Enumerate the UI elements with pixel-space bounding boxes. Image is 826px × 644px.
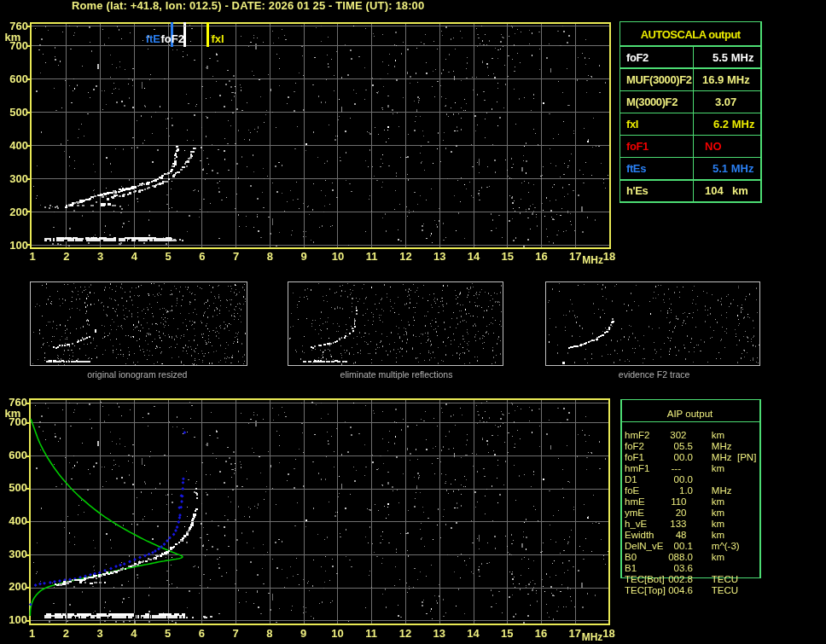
svg-text:600: 600 [9, 73, 28, 85]
svg-text:TEC[Top]: TEC[Top] [625, 585, 666, 595]
svg-text:DelN_vE: DelN_vE [625, 541, 664, 551]
svg-text:8: 8 [267, 250, 273, 263]
svg-text:km: km [712, 463, 724, 473]
svg-text:hmF2: hmF2 [625, 430, 649, 440]
svg-text:002.8: 002.8 [668, 574, 693, 584]
svg-text:h_vE: h_vE [625, 519, 648, 529]
svg-text:foF2: foF2 [625, 441, 644, 451]
svg-text:AUTOSCALA output: AUTOSCALA output [641, 28, 742, 41]
svg-text:16.9 MHz: 16.9 MHz [702, 73, 750, 86]
svg-text:foF2: foF2 [626, 51, 649, 64]
svg-text:110: 110 [671, 496, 686, 507]
svg-text:evidence F2 trace: evidence F2 trace [619, 369, 690, 380]
svg-text:9: 9 [301, 250, 307, 263]
svg-text:MHz: MHz [582, 631, 603, 643]
svg-text:14: 14 [467, 627, 480, 640]
svg-text:600: 600 [9, 449, 27, 461]
svg-text:5: 5 [165, 250, 171, 263]
svg-text:km: km [712, 552, 724, 562]
svg-text:foF2: foF2 [161, 32, 184, 45]
svg-text:7: 7 [233, 250, 239, 263]
svg-text:14: 14 [468, 250, 480, 263]
svg-text:hmE: hmE [625, 496, 645, 507]
svg-text:12: 12 [399, 250, 411, 263]
svg-text:05.5: 05.5 [674, 441, 693, 451]
svg-text:5: 5 [165, 627, 171, 640]
svg-text:7: 7 [232, 627, 238, 640]
svg-text:20: 20 [676, 508, 687, 518]
svg-text:6: 6 [199, 250, 205, 263]
svg-text:MHz: MHz [582, 254, 603, 266]
svg-text:AIP output: AIP output [667, 409, 713, 419]
svg-text:km: km [712, 508, 724, 518]
svg-text:hmF1: hmF1 [625, 463, 649, 473]
svg-text:km: km [712, 519, 724, 529]
svg-text:2: 2 [63, 627, 69, 640]
svg-text:fxI: fxI [212, 32, 224, 45]
svg-text:NO: NO [705, 140, 722, 153]
svg-text:MHz: MHz [712, 441, 732, 451]
svg-text:400: 400 [9, 514, 27, 527]
svg-text:700: 700 [9, 415, 27, 428]
svg-text:10: 10 [332, 250, 344, 263]
svg-text:15: 15 [501, 627, 513, 640]
svg-text:MHz: MHz [712, 452, 732, 462]
svg-text:15: 15 [502, 250, 514, 263]
svg-text:1.0: 1.0 [679, 485, 693, 496]
svg-text:B0: B0 [625, 552, 637, 562]
svg-text:48: 48 [676, 530, 687, 540]
svg-text:5.1 MHz: 5.1 MHz [713, 162, 754, 175]
svg-text:13: 13 [433, 627, 445, 640]
svg-text:foF1: foF1 [626, 140, 649, 153]
svg-text:6.2 MHz: 6.2 MHz [713, 118, 755, 131]
svg-text:km: km [712, 530, 724, 540]
svg-text:18: 18 [602, 627, 614, 640]
svg-text:1: 1 [29, 250, 35, 263]
svg-text:Ewidth: Ewidth [625, 530, 654, 540]
svg-text:3.07: 3.07 [715, 96, 736, 108]
svg-text:100: 100 [9, 613, 27, 626]
svg-text:200: 200 [9, 206, 28, 218]
svg-text:9: 9 [300, 627, 306, 640]
svg-text:00.0: 00.0 [674, 452, 693, 462]
svg-text:300: 300 [9, 172, 28, 185]
svg-text:---: --- [672, 463, 682, 473]
svg-text:foF1: foF1 [625, 452, 644, 462]
svg-text:8: 8 [266, 627, 272, 640]
svg-text:5.5 MHz: 5.5 MHz [713, 51, 754, 64]
svg-text:500: 500 [9, 106, 28, 119]
svg-text:400: 400 [9, 139, 28, 152]
svg-text:1: 1 [29, 627, 35, 640]
svg-text:eliminate multiple reflections: eliminate multiple reflections [340, 369, 453, 380]
svg-text:MUF(3000)F2: MUF(3000)F2 [626, 73, 692, 86]
svg-text:4: 4 [131, 250, 138, 263]
svg-text:00.0: 00.0 [674, 474, 693, 484]
svg-text:16: 16 [535, 627, 547, 640]
svg-text:B1: B1 [625, 563, 637, 573]
svg-text:17: 17 [569, 627, 581, 640]
svg-text:m^(-3): m^(-3) [712, 541, 740, 551]
svg-text:TECU: TECU [712, 585, 738, 595]
svg-text:004.6: 004.6 [668, 585, 693, 595]
svg-text:03.6: 03.6 [674, 563, 693, 573]
svg-text:TECU: TECU [712, 574, 738, 584]
svg-text:original ionogram resized: original ionogram resized [87, 369, 187, 380]
svg-text:km: km [712, 430, 724, 440]
svg-text:4: 4 [131, 627, 137, 640]
svg-text:M(3000)F2: M(3000)F2 [626, 96, 678, 108]
svg-text:[PN]: [PN] [737, 452, 756, 462]
svg-text:3: 3 [96, 627, 102, 640]
svg-text:104: 104 [705, 184, 724, 197]
svg-text:100: 100 [9, 239, 28, 252]
svg-text:18: 18 [603, 250, 615, 263]
svg-text:Rome (lat: +41.8, lon: 012.5): Rome (lat: +41.8, lon: 012.5) - DATE: 20… [72, 0, 424, 12]
svg-text:3: 3 [97, 250, 103, 263]
svg-text:200: 200 [9, 580, 27, 593]
svg-text:TEC[Bot]: TEC[Bot] [625, 574, 665, 584]
svg-text:17: 17 [569, 250, 581, 263]
svg-text:km: km [732, 184, 748, 197]
svg-text:088.0: 088.0 [668, 552, 693, 562]
svg-text:00.1: 00.1 [674, 541, 693, 551]
svg-text:D1: D1 [625, 474, 637, 484]
svg-text:6: 6 [199, 627, 205, 640]
